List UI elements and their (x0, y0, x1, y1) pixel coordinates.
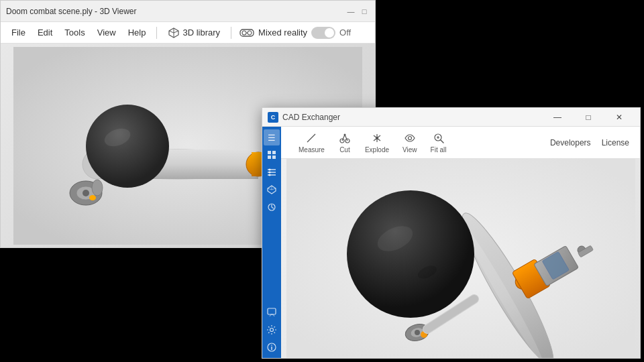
svg-point-59 (347, 190, 474, 318)
cad-win-controls: — □ ✕ (542, 108, 635, 127)
toolbar-tools-group: Measure Cut (292, 129, 453, 156)
mr-icon (239, 28, 254, 38)
cad-sidebar: ☰ (262, 127, 281, 358)
library-label: 3D library (182, 27, 220, 38)
svg-point-2 (248, 31, 252, 35)
cad-maximize-button[interactable]: □ (573, 108, 604, 127)
license-link[interactable]: License (602, 138, 629, 147)
sidebar-menu-icon[interactable]: ☰ (264, 129, 280, 145)
svg-point-38 (408, 137, 411, 140)
toolbar-explode-button[interactable]: Explode (358, 129, 396, 156)
developers-link[interactable]: Developers (550, 138, 591, 147)
toggle-off-label: Off (339, 27, 351, 38)
sidebar-icon-1[interactable] (264, 147, 280, 163)
cad-viewport[interactable]: TOP RIGHT FRONT (281, 159, 640, 358)
fitall-icon (432, 131, 445, 145)
toggle-knob (325, 28, 334, 38)
maximize-button-3dviewer[interactable]: □ (359, 6, 370, 17)
view-icon (403, 131, 417, 145)
svg-point-49 (415, 330, 420, 335)
cad-title-text: CAD Exchanger (282, 113, 538, 122)
toolbar-fitall-button[interactable]: Fit all (424, 129, 453, 156)
sidebar-icon-comment[interactable] (264, 304, 280, 320)
cad-app-icon: C (268, 112, 278, 123)
svg-point-20 (89, 195, 96, 200)
3d-object-cad (281, 159, 640, 358)
menu-separator (156, 27, 157, 39)
menu-help[interactable]: Help (123, 25, 152, 40)
fitall-label: Fit all (431, 146, 447, 154)
svg-rect-24 (268, 156, 271, 159)
menu-edit[interactable]: Edit (32, 25, 58, 40)
cad-toolbar: Measure Cut (281, 127, 640, 159)
svg-point-33 (271, 345, 272, 346)
view-label: View (402, 146, 417, 154)
menu-tools[interactable]: Tools (59, 25, 90, 40)
cube-icon (168, 27, 180, 39)
explode-label: Explode (365, 146, 389, 154)
menubar-3dviewer: File Edit Tools View Help 3D library Mix… (1, 22, 375, 44)
mixed-reality-label: Mixed reality (258, 27, 307, 38)
svg-rect-25 (272, 156, 276, 159)
mixed-reality-toggle[interactable] (311, 27, 335, 39)
cut-icon (338, 131, 352, 145)
svg-point-37 (376, 137, 378, 139)
svg-rect-22 (268, 151, 271, 154)
window-cad: C CAD Exchanger — □ ✕ ☰ (262, 107, 641, 359)
svg-point-27 (269, 172, 271, 174)
toolbar-view-button[interactable]: View (396, 129, 424, 156)
svg-point-15 (86, 105, 169, 188)
cad-body: ☰ (262, 127, 640, 358)
measure-icon (305, 131, 318, 145)
svg-point-31 (270, 328, 274, 332)
sidebar-icon-info[interactable] (264, 339, 280, 355)
cad-minimize-button[interactable]: — (542, 108, 573, 127)
sidebar-icon-2[interactable] (264, 164, 280, 180)
menu-file[interactable]: File (6, 25, 31, 40)
toolbar-right: Developers License (550, 138, 629, 147)
scene-svg-cad (286, 159, 635, 358)
sidebar-icon-3[interactable] (264, 182, 280, 198)
svg-point-19 (83, 190, 89, 196)
minimize-button-3dviewer[interactable]: — (345, 6, 356, 17)
svg-point-28 (269, 174, 271, 176)
sidebar-icon-settings[interactable] (264, 322, 280, 338)
svg-rect-30 (268, 308, 276, 314)
svg-point-21 (92, 180, 103, 196)
menu-view[interactable]: View (92, 25, 121, 40)
titlebar-controls-3dviewer: — □ (345, 6, 370, 17)
svg-point-1 (242, 31, 246, 35)
titlebar-title-3dviewer: Doom combat scene.ply - 3D Viewer (6, 7, 345, 16)
sidebar-icon-4[interactable] (264, 199, 280, 215)
toolbar-measure-button[interactable]: Measure (292, 129, 331, 156)
svg-point-26 (269, 169, 271, 171)
svg-point-36 (343, 134, 345, 136)
cut-label: Cut (339, 146, 350, 154)
cad-titlebar: C CAD Exchanger — □ ✕ (262, 108, 640, 127)
toolbar-cut-button[interactable]: Cut (331, 129, 358, 156)
menu-separator2 (231, 27, 231, 39)
cad-main: Measure Cut (281, 127, 640, 358)
svg-rect-23 (272, 151, 276, 154)
mixed-reality-section: Mixed reality Off (239, 27, 351, 39)
titlebar-3dviewer: Doom combat scene.ply - 3D Viewer — □ (1, 1, 375, 22)
explode-icon (370, 131, 384, 145)
measure-label: Measure (299, 146, 325, 154)
cad-close-button[interactable]: ✕ (604, 108, 635, 127)
menu-3dlibrary[interactable]: 3D library (162, 24, 225, 42)
